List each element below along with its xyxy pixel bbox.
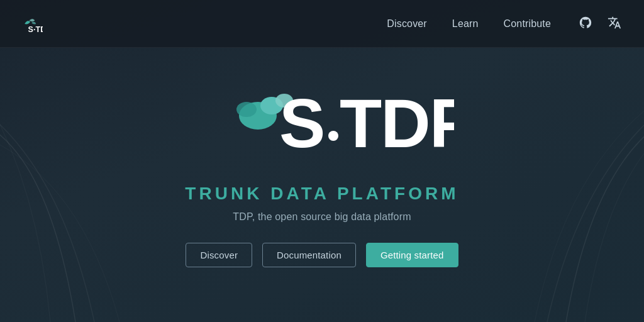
svg-point-4 [236, 102, 257, 117]
hero-title: TRUNK DATA PLATFORM [185, 184, 458, 204]
nav-links: Discover Learn Contribute [387, 13, 624, 35]
svg-text:S: S [279, 84, 324, 162]
svg-point-6 [328, 131, 338, 141]
page-wrapper: S·TDP Discover Learn Contribute [0, 0, 644, 322]
hero-actions: Discover Documentation Getting started [186, 243, 458, 267]
hero-logo: S TDP [190, 73, 454, 176]
logo[interactable]: S·TDP [20, 13, 43, 35]
svg-text:S·TDP: S·TDP [28, 25, 43, 33]
hero-section: S TDP TRUNK DATA PLATFORM TDP, the open … [0, 48, 644, 280]
nav-learn[interactable]: Learn [452, 18, 479, 30]
navbar: S·TDP Discover Learn Contribute [0, 0, 644, 48]
nav-discover[interactable]: Discover [387, 18, 427, 30]
getting-started-button[interactable]: Getting started [366, 243, 458, 267]
github-icon [579, 16, 592, 30]
github-icon-button[interactable] [576, 13, 595, 35]
logo-icon: S·TDP [20, 13, 43, 35]
nav-icons [576, 13, 624, 35]
documentation-button[interactable]: Documentation [262, 243, 356, 267]
discover-button[interactable]: Discover [186, 243, 252, 267]
translate-icon-button[interactable] [605, 13, 624, 35]
nav-contribute[interactable]: Contribute [504, 18, 551, 30]
hero-logo-svg: S TDP [190, 73, 454, 174]
hero-subtitle: TDP, the open source big data platform [233, 211, 411, 223]
translate-icon [608, 16, 621, 30]
svg-text:TDP: TDP [340, 84, 454, 162]
